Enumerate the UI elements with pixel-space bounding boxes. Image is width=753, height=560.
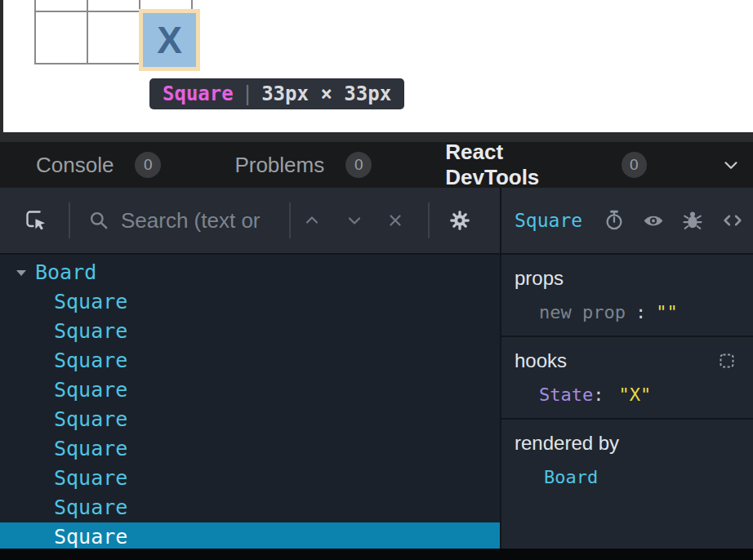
view-source-button[interactable]: [720, 209, 745, 232]
hook-name: State: [539, 384, 593, 405]
tree-item-square[interactable]: Square: [0, 287, 500, 317]
toolbar-separator: [289, 202, 291, 238]
tooltip-component-name: Square: [163, 82, 234, 105]
rendered-by-section: rendered by Board: [501, 420, 753, 500]
tree-item-label: Square: [54, 376, 127, 405]
inspect-highlight-content: X: [143, 13, 196, 67]
tree-item-square[interactable]: Square: [0, 317, 500, 346]
parse-hook-names-button[interactable]: [717, 351, 737, 371]
tree-item-label: Square: [54, 317, 127, 346]
board-cell[interactable]: [87, 0, 140, 11]
inspect-highlight-padding: X: [139, 9, 200, 71]
board-cell[interactable]: [35, 11, 87, 64]
cell-value: X: [157, 18, 182, 62]
devtools-window: X Square | 33px × 33px Console 0 Problem…: [0, 0, 753, 560]
chevron-up-icon: [302, 211, 322, 230]
tab-label: Problems: [234, 153, 324, 178]
console-count-badge: 0: [135, 152, 161, 178]
tab-react-devtools[interactable]: React DevTools 0: [445, 140, 647, 190]
react-devtools-count-badge: 0: [622, 152, 647, 178]
code-brackets-icon: [720, 209, 745, 232]
gear-icon: [448, 208, 472, 233]
window-edge: [0, 0, 3, 132]
toolbar-left: Search (text or: [0, 188, 500, 253]
inspect-dom-button[interactable]: [642, 209, 665, 232]
search-clear-button[interactable]: [385, 211, 405, 230]
chevron-down-icon: [345, 211, 364, 230]
toolbar-separator: [69, 202, 70, 238]
tab-label: Console: [36, 153, 114, 178]
search-next-button[interactable]: [345, 211, 364, 230]
tree-item-square[interactable]: Square: [0, 405, 500, 434]
problems-count-badge: 0: [345, 152, 372, 178]
tooltip-divider: |: [242, 82, 253, 105]
toolbar-separator: [428, 202, 430, 238]
search-input[interactable]: Search (text or: [121, 208, 284, 233]
tree-item-label: Square: [54, 522, 127, 549]
tree-item-label: Board: [35, 258, 96, 287]
element-picker-icon: [25, 209, 47, 232]
tab-label: React DevTools: [445, 140, 599, 190]
drawer-collapse-button[interactable]: [720, 154, 742, 176]
component-tree: Board Square Square Square Square Square…: [0, 255, 500, 549]
tree-item-square[interactable]: Square: [0, 376, 500, 405]
hook-value-input[interactable]: "X": [618, 384, 651, 405]
hook-colon: :: [593, 384, 604, 405]
tree-item-label: Square: [54, 434, 127, 464]
hooks-section: hooks State : "X": [501, 337, 753, 420]
dashed-rect-icon: [717, 351, 737, 371]
tree-item-label: Square: [54, 287, 127, 317]
chevron-down-icon: [720, 154, 742, 176]
settings-button[interactable]: [448, 208, 472, 233]
element-picker-button[interactable]: [25, 209, 47, 232]
tree-item-square[interactable]: Square: [0, 434, 500, 464]
selected-component-title: Square: [515, 210, 582, 231]
tree-item-label: Square: [54, 405, 127, 434]
window-bottom-edge: [0, 549, 753, 560]
close-icon: [385, 211, 405, 230]
tree-item-label: Square: [54, 346, 127, 376]
log-component-button[interactable]: [681, 209, 704, 232]
search-prev-button[interactable]: [302, 211, 322, 230]
props-section: props new prop : "": [501, 255, 753, 337]
drawer-tabbar: Console 0 Problems 0 React DevTools 0: [0, 142, 753, 188]
tree-item-label: Square: [54, 493, 127, 522]
stopwatch-icon: [603, 209, 626, 232]
hook-row: State : "X": [539, 384, 740, 405]
inspected-page: X Square | 33px × 33px: [0, 0, 753, 132]
new-prop-name-input[interactable]: new prop: [539, 302, 626, 322]
expander-triangle-icon: [15, 267, 28, 278]
tree-item-square[interactable]: Square: [0, 464, 500, 493]
tab-problems[interactable]: Problems 0: [234, 152, 372, 178]
tooltip-dimensions: 33px × 33px: [261, 82, 391, 105]
new-prop-value-input[interactable]: "": [656, 302, 678, 322]
prop-row: new prop : "": [539, 302, 740, 322]
rendered-by-board-link[interactable]: Board: [544, 467, 598, 487]
eye-icon: [642, 209, 665, 232]
rendered-by-row: Board: [539, 467, 740, 487]
react-devtools-toolbar: Search (text or: [0, 188, 753, 255]
tree-item-square[interactable]: Square: [0, 493, 500, 522]
hooks-header: hooks: [515, 349, 567, 372]
bug-icon: [681, 209, 704, 232]
suspend-toggle-button[interactable]: [603, 209, 626, 232]
toolbar-right: Square: [501, 188, 753, 253]
board-cell[interactable]: [87, 11, 140, 64]
tree-item-board[interactable]: Board: [0, 258, 500, 287]
prop-colon: :: [635, 302, 646, 322]
rendered-by-header: rendered by: [515, 432, 740, 455]
tree-item-square[interactable]: Square: [0, 346, 500, 376]
component-details-panel: props new prop : "" hooks State : "X: [501, 255, 753, 549]
tree-item-label: Square: [54, 464, 127, 493]
inspect-tooltip: Square | 33px × 33px: [149, 78, 404, 109]
tab-console[interactable]: Console 0: [36, 152, 161, 178]
react-devtools-content: Board Square Square Square Square Square…: [0, 255, 753, 549]
props-header: props: [515, 267, 740, 290]
tree-item-square-selected[interactable]: Square: [0, 522, 500, 549]
search-button: [88, 210, 109, 231]
search-icon: [88, 210, 109, 231]
board-cell[interactable]: [35, 0, 87, 11]
